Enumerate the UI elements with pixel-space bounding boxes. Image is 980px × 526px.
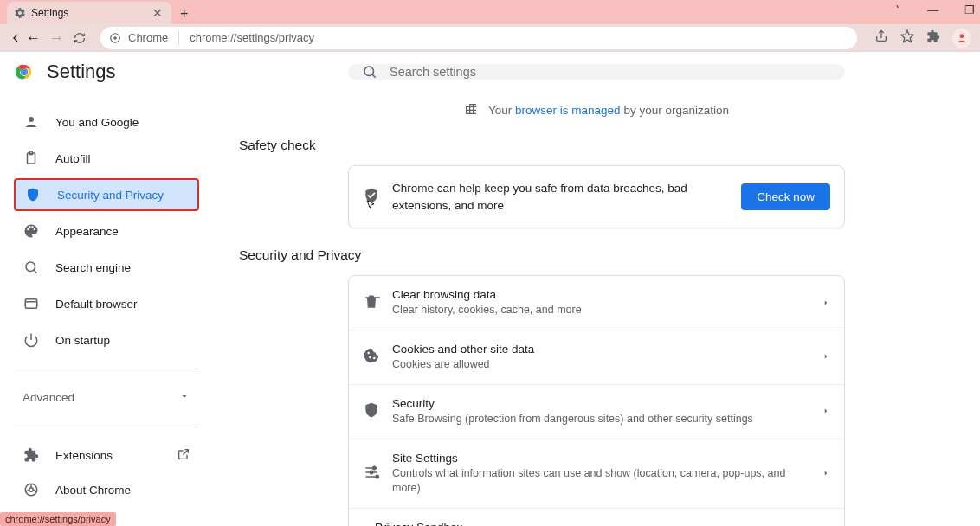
- back-button[interactable]: [9, 31, 23, 45]
- sidebar-item-appearance[interactable]: Appearance: [14, 215, 199, 247]
- svg-rect-9: [25, 299, 37, 309]
- tab-strip: Settings ✕ + ˅ — ❐: [0, 0, 980, 24]
- row-title: Privacy Sandbox: [375, 521, 830, 527]
- external-link-icon: [177, 447, 190, 464]
- svg-point-1: [113, 36, 117, 40]
- svg-point-7: [29, 117, 34, 122]
- chevron-right-icon: [822, 297, 830, 310]
- chevron-right-icon: [822, 350, 830, 363]
- verified-icon: [363, 187, 380, 207]
- check-now-button[interactable]: Check now: [741, 183, 830, 210]
- profile-avatar[interactable]: [952, 29, 971, 48]
- svg-point-11: [29, 488, 34, 492]
- sidebar-item-label: Extensions: [55, 449, 113, 462]
- search-icon: [362, 64, 377, 80]
- sidebar-item-about-chrome[interactable]: About Chrome: [14, 472, 199, 507]
- sidebar-item-default-browser[interactable]: Default browser: [14, 287, 199, 320]
- chrome-icon: [23, 481, 40, 498]
- sidebar-item-label: Search engine: [55, 261, 131, 274]
- main-content: Your browser is managed by your organiza…: [213, 52, 980, 526]
- palette-icon: [23, 222, 40, 240]
- sidebar-item-label: Autofill: [55, 152, 91, 165]
- site-info-icon[interactable]: [109, 32, 121, 44]
- chevron-right-icon: [822, 405, 830, 418]
- sidebar-item-label: Appearance: [55, 225, 119, 238]
- shield-icon: [24, 186, 42, 203]
- sidebar-item-security-privacy[interactable]: Security and Privacy: [14, 178, 199, 211]
- sidebar-item-label: Default browser: [55, 298, 138, 311]
- row-subtitle: Clear history, cookies, cache, and more: [392, 303, 809, 318]
- new-tab-button[interactable]: +: [180, 7, 188, 21]
- row-site-settings[interactable]: Site Settings Controls what information …: [349, 439, 844, 509]
- trash-icon: [363, 293, 380, 313]
- address-bar[interactable]: Chrome chrome://settings/privacy: [100, 27, 857, 49]
- row-clear-browsing-data[interactable]: Clear browsing data Clear history, cooki…: [349, 276, 844, 330]
- share-icon[interactable]: [874, 29, 888, 46]
- row-subtitle: Safe Browsing (protection from dangerous…: [392, 412, 809, 427]
- row-security[interactable]: Security Safe Browsing (protection from …: [349, 385, 844, 439]
- sidebar-item-label: Security and Privacy: [57, 189, 164, 202]
- sidebar-advanced-label: Advanced: [23, 391, 74, 404]
- sidebar-item-extensions[interactable]: Extensions: [14, 438, 199, 472]
- maximize-icon[interactable]: ❐: [964, 3, 975, 16]
- managed-banner: Your browser is managed by your organiza…: [464, 102, 729, 119]
- clipboard-icon: [23, 150, 40, 167]
- row-privacy-sandbox[interactable]: Privacy Sandbox: [349, 509, 844, 527]
- domain-icon: [464, 102, 478, 119]
- chevron-right-icon: [822, 467, 830, 480]
- managed-text-suffix: by your organization: [621, 104, 729, 117]
- close-icon[interactable]: ✕: [151, 5, 164, 21]
- browser-icon: [23, 295, 40, 312]
- sidebar-item-label: You and Google: [55, 116, 139, 129]
- extensions-icon[interactable]: [926, 29, 940, 46]
- power-icon: [23, 331, 40, 349]
- svg-point-13: [373, 466, 376, 469]
- safety-check-heading: Safety check: [239, 138, 736, 153]
- forward-arrow-icon[interactable]: →: [49, 29, 64, 47]
- sidebar-item-you-and-google[interactable]: You and Google: [14, 106, 199, 138]
- managed-link[interactable]: browser is managed: [515, 104, 621, 117]
- safety-check-text: Chrome can help keep you safe from data …: [392, 180, 729, 214]
- security-privacy-heading: Security and Privacy: [239, 247, 736, 263]
- row-subtitle: Controls what information sites can use …: [392, 466, 809, 496]
- sidebar-advanced[interactable]: Advanced: [14, 380, 199, 414]
- row-title: Cookies and other site data: [392, 343, 809, 356]
- shield-icon: [363, 401, 380, 421]
- minimize-icon[interactable]: —: [927, 3, 938, 16]
- url-text: chrome://settings/privacy: [190, 31, 314, 44]
- security-privacy-card: Clear browsing data Clear history, cooki…: [348, 275, 845, 526]
- row-title: Clear browsing data: [392, 288, 809, 301]
- svg-point-8: [26, 262, 35, 272]
- separator: [178, 31, 179, 45]
- origin-chip: Chrome: [128, 31, 168, 44]
- browser-toolbar: ← → Chrome chrome://settings/privacy: [0, 24, 980, 52]
- sidebar-item-autofill[interactable]: Autofill: [14, 142, 199, 175]
- reload-button[interactable]: [73, 31, 87, 45]
- row-subtitle: Cookies are allowed: [392, 357, 809, 372]
- sidebar-item-label: On startup: [55, 334, 110, 347]
- search-settings[interactable]: [348, 64, 845, 80]
- bookmark-icon[interactable]: [900, 29, 914, 46]
- caret-down-icon: [178, 390, 190, 405]
- gear-icon: [14, 7, 26, 19]
- svg-point-2: [960, 34, 964, 38]
- sliders-icon: [363, 464, 380, 484]
- row-title: Security: [392, 397, 809, 410]
- search-icon: [23, 259, 40, 276]
- search-input[interactable]: [390, 65, 831, 79]
- sidebar-item-on-startup[interactable]: On startup: [14, 324, 199, 356]
- sidebar-item-label: About Chrome: [55, 484, 131, 497]
- status-bar: chrome://settings/privacy: [0, 512, 116, 526]
- person-icon: [23, 113, 40, 131]
- row-cookies[interactable]: Cookies and other site data Cookies are …: [349, 330, 844, 385]
- svg-point-14: [370, 471, 372, 473]
- sidebar-item-search-engine[interactable]: Search engine: [14, 251, 199, 284]
- cookie-icon: [363, 347, 380, 367]
- browser-tab[interactable]: Settings ✕: [7, 2, 171, 24]
- tab-title: Settings: [31, 7, 145, 19]
- svg-point-12: [364, 67, 374, 76]
- puzzle-icon: [23, 446, 40, 464]
- sidebar: You and Google Autofill Security and Pri…: [0, 52, 213, 526]
- safety-check-card: Chrome can help keep you safe from data …: [348, 165, 845, 228]
- caret-down-icon[interactable]: ˅: [895, 3, 901, 16]
